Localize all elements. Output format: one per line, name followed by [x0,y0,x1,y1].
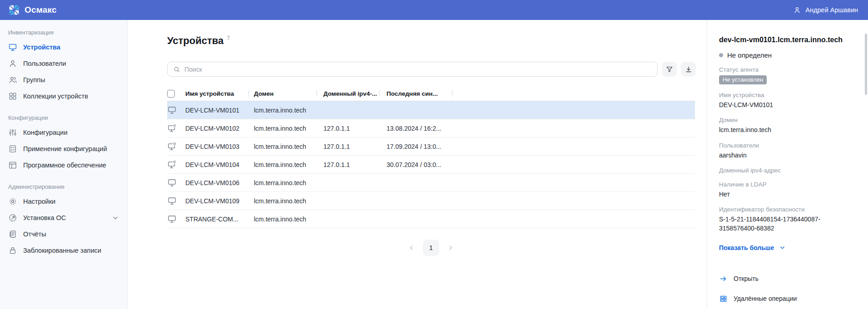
table-row[interactable]: DEV-LCM-VM0106 lcm.terra.inno.tech [167,174,695,192]
download-icon [684,65,693,74]
monitor-icon [167,214,177,224]
show-more-link[interactable]: Показать больше [719,244,857,251]
device-name: DEV-LCM-VM0103 [185,143,248,150]
gear-icon [8,197,17,206]
column-header-last-sync[interactable]: Последняя син... [379,90,452,97]
sidebar-item-groups[interactable]: Группы [0,72,127,88]
sidebar-section-title: Конфигурации [0,110,127,124]
column-header-domain[interactable]: Домен [248,90,317,97]
sidebar-item-label: Установка ОС [23,214,66,221]
device-domain: lcm.terra.inno.tech [248,179,317,186]
sidebar-item-software[interactable]: Программное обеспечение [0,157,127,173]
device-name: DEV-LCM-VM0104 [185,161,248,168]
field-domain: Домен lcm.terra.inno.tech [719,117,857,134]
chevron-left-icon[interactable] [408,244,415,251]
agent-status-badge: Не установлен [719,75,767,84]
field-label: Имя устройства [719,92,857,98]
user-menu[interactable]: Андрей Аршавин [793,6,858,14]
sidebar-item-reports[interactable]: Отчёты [0,226,127,242]
table-row[interactable]: STRANGE-COM... lcm.terra.inno.tech [167,210,695,228]
filter-icon [665,65,674,74]
field-label: Пользователи [719,142,857,149]
device-last-sync: 17.09.2024 / 13:0... [379,143,452,150]
device-name: DEV-LCM-VM0106 [185,179,248,186]
sidebar-item-device-collections[interactable]: Коллекции устройств [0,88,127,104]
grid-icon [8,92,17,101]
chevron-down-icon[interactable] [112,214,119,221]
search-box[interactable] [167,62,658,77]
field-value: lcm.terra.inno.tech [719,125,857,134]
checklist-icon [8,144,17,153]
search-icon [173,66,180,73]
monitor-offline-icon [167,160,177,170]
sidebar-item-blocked-records[interactable]: Заблокированные записи [0,242,127,259]
scrollbar-thumb[interactable] [865,34,867,95]
search-input[interactable] [184,66,652,73]
sidebar-item-label: Устройства [23,44,60,51]
table-row[interactable]: DEV-LCM-VM0101 lcm.terra.inno.tech [167,101,695,119]
monitor-icon [167,196,177,206]
pagination: 1 [167,240,695,256]
users-icon [8,75,17,84]
sidebar-item-settings[interactable]: Настройки [0,193,127,210]
filter-button[interactable] [662,62,677,77]
sidebar-item-label: Конфигурации [23,129,68,136]
show-more-label: Показать больше [719,244,774,251]
monitor-icon [167,178,177,188]
wrench-circle-icon [8,213,17,222]
device-name: STRANGE-COM... [185,216,248,223]
sidebar-section-title: Администрирование [0,179,127,193]
action-label: Открыть [734,275,759,282]
field-label: Идентификатор безопасности [719,206,857,213]
user-icon [793,6,801,14]
action-remote-operations[interactable]: Удалённые операции [719,291,857,306]
download-button[interactable] [681,62,696,77]
field-device-name: Имя устройства DEV-LCM-VM0101 [719,92,857,109]
monitor-offline-icon [167,123,177,133]
sidebar-item-users[interactable]: Пользователи [0,55,127,72]
device-ip: 127.0.1.1 [317,143,379,150]
action-open[interactable]: Открыть [719,271,857,286]
status-text: Не определен [727,51,772,59]
page-title: Устройства [167,35,223,47]
select-all-checkbox[interactable] [167,90,175,98]
device-name: DEV-LCM-VM0102 [185,125,248,132]
column-header-name[interactable]: Имя устройства [185,90,248,97]
field-value: S-1-5-21-1184408154-1736440087-315857640… [719,215,857,233]
field-ldap: Наличие в LDAP Нет [719,181,857,199]
field-security-id: Идентификатор безопасности S-1-5-21-1184… [719,206,857,233]
column-header-ip[interactable]: Доменный ipv4-... [317,90,379,97]
table-row[interactable]: DEV-LCM-VM0103 lcm.terra.inno.tech 127.0… [167,137,695,156]
device-domain: lcm.terra.inno.tech [248,161,317,168]
device-fqdn-title: dev-lcm-vm0101.lcm.terra.inno.tech [719,35,857,44]
sidebar-item-label: Применение конфигураций [23,145,107,152]
sidebar-item-label: Коллекции устройств [23,93,88,100]
app-name: Осмакс [25,5,57,15]
monitor-icon [167,105,177,115]
device-domain: lcm.terra.inno.tech [248,107,317,114]
lock-icon [8,246,17,255]
sidebar-item-label: Пользователи [23,60,66,67]
field-label: Доменный ipv4-адрес [719,167,857,174]
table-row[interactable]: DEV-LCM-VM0104 lcm.terra.inno.tech 127.0… [167,156,695,174]
field-label: Статус агента [719,66,857,73]
sidebar-item-configurations[interactable]: Конфигурации [0,124,127,141]
app-header: Осмакс Андрей Аршавин [0,0,868,20]
devices-table: Имя устройства Домен Доменный ipv4-... П… [167,86,695,228]
sidebar-item-apply-configurations[interactable]: Применение конфигураций [0,141,127,157]
sidebar-item-label: Настройки [23,198,55,205]
status-dot-icon [719,53,723,57]
device-domain: lcm.terra.inno.tech [248,216,317,223]
device-name: DEV-LCM-VM0109 [185,197,248,205]
app-logo[interactable]: Осмакс [8,4,57,16]
report-icon [8,230,17,239]
sidebar-item-devices[interactable]: Устройства [0,39,127,55]
chevron-right-icon[interactable] [447,244,454,251]
sidebar-item-os-install[interactable]: Установка ОС [0,210,127,226]
table-row[interactable]: DEV-LCM-VM0109 lcm.terra.inno.tech [167,192,695,210]
page-number[interactable]: 1 [423,240,439,256]
chevron-down-icon [779,244,786,251]
table-row[interactable]: DEV-LCM-VM0102 lcm.terra.inno.tech 127.0… [167,119,695,137]
user-name: Андрей Аршавин [805,6,858,14]
device-name: DEV-LCM-VM0101 [185,107,248,114]
